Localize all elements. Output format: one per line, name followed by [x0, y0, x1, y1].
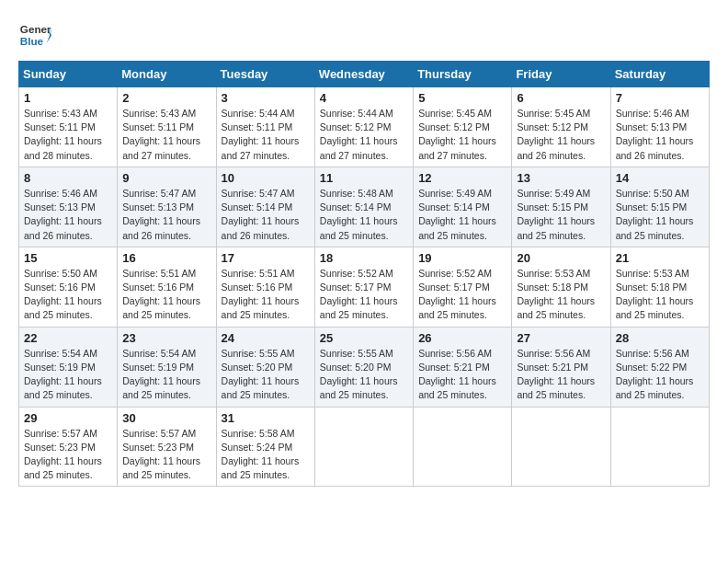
calendar-cell: 2 Sunrise: 5:43 AMSunset: 5:11 PMDayligh… — [118, 87, 216, 167]
header-thursday: Thursday — [414, 62, 512, 87]
calendar-cell: 1 Sunrise: 5:43 AMSunset: 5:11 PMDayligh… — [19, 87, 118, 167]
day-number: 13 — [517, 171, 605, 185]
day-number: 12 — [418, 171, 506, 185]
day-number: 27 — [517, 331, 605, 345]
day-number: 6 — [517, 91, 605, 105]
day-detail: Sunrise: 5:53 AMSunset: 5:18 PMDaylight:… — [517, 268, 595, 321]
calendar-cell: 16 Sunrise: 5:51 AMSunset: 5:16 PMDaylig… — [118, 247, 216, 327]
day-number: 14 — [616, 171, 704, 185]
day-detail: Sunrise: 5:48 AMSunset: 5:14 PMDaylight:… — [320, 188, 398, 241]
calendar-table: SundayMondayTuesdayWednesdayThursdayFrid… — [18, 61, 710, 487]
day-detail: Sunrise: 5:57 AMSunset: 5:23 PMDaylight:… — [24, 428, 102, 481]
day-detail: Sunrise: 5:46 AMSunset: 5:13 PMDaylight:… — [616, 108, 694, 161]
calendar-cell: 11 Sunrise: 5:48 AMSunset: 5:14 PMDaylig… — [314, 167, 413, 247]
day-number: 7 — [616, 91, 704, 105]
day-detail: Sunrise: 5:54 AMSunset: 5:19 PMDaylight:… — [24, 348, 102, 401]
day-detail: Sunrise: 5:49 AMSunset: 5:15 PMDaylight:… — [517, 188, 595, 241]
day-detail: Sunrise: 5:54 AMSunset: 5:19 PMDaylight:… — [122, 348, 200, 401]
calendar-cell — [414, 407, 512, 487]
day-detail: Sunrise: 5:56 AMSunset: 5:21 PMDaylight:… — [517, 348, 595, 401]
day-number: 18 — [320, 251, 408, 265]
day-number: 19 — [418, 251, 506, 265]
header-saturday: Saturday — [610, 62, 709, 87]
day-number: 11 — [320, 171, 408, 185]
calendar-cell: 30 Sunrise: 5:57 AMSunset: 5:23 PMDaylig… — [118, 407, 216, 487]
day-number: 24 — [222, 331, 310, 345]
day-detail: Sunrise: 5:50 AMSunset: 5:15 PMDaylight:… — [616, 188, 694, 241]
day-number: 31 — [222, 411, 310, 425]
calendar-cell: 20 Sunrise: 5:53 AMSunset: 5:18 PMDaylig… — [512, 247, 610, 327]
calendar-week-3: 15 Sunrise: 5:50 AMSunset: 5:16 PMDaylig… — [19, 247, 710, 327]
calendar-cell: 12 Sunrise: 5:49 AMSunset: 5:14 PMDaylig… — [414, 167, 512, 247]
header-friday: Friday — [512, 62, 610, 87]
day-number: 9 — [122, 171, 210, 185]
calendar-week-4: 22 Sunrise: 5:54 AMSunset: 5:19 PMDaylig… — [19, 327, 710, 407]
day-number: 20 — [517, 251, 605, 265]
day-number: 2 — [122, 91, 210, 105]
calendar-cell: 28 Sunrise: 5:56 AMSunset: 5:22 PMDaylig… — [610, 327, 709, 407]
day-number: 28 — [616, 331, 704, 345]
calendar-cell: 19 Sunrise: 5:52 AMSunset: 5:17 PMDaylig… — [414, 247, 512, 327]
calendar-cell: 4 Sunrise: 5:44 AMSunset: 5:12 PMDayligh… — [314, 87, 413, 167]
header-tuesday: Tuesday — [216, 62, 314, 87]
calendar-cell: 7 Sunrise: 5:46 AMSunset: 5:13 PMDayligh… — [610, 87, 709, 167]
day-detail: Sunrise: 5:47 AMSunset: 5:14 PMDaylight:… — [222, 188, 300, 241]
calendar-cell: 17 Sunrise: 5:51 AMSunset: 5:16 PMDaylig… — [216, 247, 314, 327]
day-detail: Sunrise: 5:45 AMSunset: 5:12 PMDaylight:… — [517, 108, 595, 161]
calendar-week-1: 1 Sunrise: 5:43 AMSunset: 5:11 PMDayligh… — [19, 87, 710, 167]
day-detail: Sunrise: 5:56 AMSunset: 5:22 PMDaylight:… — [616, 348, 694, 401]
day-number: 22 — [24, 331, 112, 345]
calendar-cell: 3 Sunrise: 5:44 AMSunset: 5:11 PMDayligh… — [216, 87, 314, 167]
day-detail: Sunrise: 5:51 AMSunset: 5:16 PMDaylight:… — [222, 268, 300, 321]
calendar-cell: 18 Sunrise: 5:52 AMSunset: 5:17 PMDaylig… — [314, 247, 413, 327]
day-detail: Sunrise: 5:44 AMSunset: 5:12 PMDaylight:… — [320, 108, 398, 161]
calendar-header-row: SundayMondayTuesdayWednesdayThursdayFrid… — [19, 62, 710, 87]
day-number: 29 — [24, 411, 112, 425]
svg-text:General: General — [20, 23, 51, 35]
day-detail: Sunrise: 5:53 AMSunset: 5:18 PMDaylight:… — [616, 268, 694, 321]
day-detail: Sunrise: 5:45 AMSunset: 5:12 PMDaylight:… — [418, 108, 496, 161]
page-header: General Blue — [18, 18, 710, 52]
calendar-cell — [314, 407, 413, 487]
calendar-cell — [512, 407, 610, 487]
day-detail: Sunrise: 5:56 AMSunset: 5:21 PMDaylight:… — [418, 348, 496, 401]
day-detail: Sunrise: 5:49 AMSunset: 5:14 PMDaylight:… — [418, 188, 496, 241]
day-detail: Sunrise: 5:46 AMSunset: 5:13 PMDaylight:… — [24, 188, 102, 241]
day-detail: Sunrise: 5:43 AMSunset: 5:11 PMDaylight:… — [24, 108, 102, 161]
calendar-cell: 23 Sunrise: 5:54 AMSunset: 5:19 PMDaylig… — [118, 327, 216, 407]
day-number: 26 — [418, 331, 506, 345]
day-number: 25 — [320, 331, 408, 345]
header-wednesday: Wednesday — [314, 62, 413, 87]
logo: General Blue — [18, 18, 51, 52]
day-number: 5 — [418, 91, 506, 105]
calendar-cell: 31 Sunrise: 5:58 AMSunset: 5:24 PMDaylig… — [216, 407, 314, 487]
day-number: 4 — [320, 91, 408, 105]
calendar-cell: 26 Sunrise: 5:56 AMSunset: 5:21 PMDaylig… — [414, 327, 512, 407]
day-detail: Sunrise: 5:57 AMSunset: 5:23 PMDaylight:… — [122, 428, 200, 481]
day-number: 23 — [122, 331, 210, 345]
svg-text:Blue: Blue — [20, 35, 44, 47]
day-number: 15 — [24, 251, 112, 265]
day-number: 10 — [222, 171, 310, 185]
calendar-cell: 9 Sunrise: 5:47 AMSunset: 5:13 PMDayligh… — [118, 167, 216, 247]
day-number: 8 — [24, 171, 112, 185]
calendar-cell: 29 Sunrise: 5:57 AMSunset: 5:23 PMDaylig… — [19, 407, 118, 487]
day-detail: Sunrise: 5:44 AMSunset: 5:11 PMDaylight:… — [222, 108, 300, 161]
day-detail: Sunrise: 5:52 AMSunset: 5:17 PMDaylight:… — [418, 268, 496, 321]
calendar-cell: 8 Sunrise: 5:46 AMSunset: 5:13 PMDayligh… — [19, 167, 118, 247]
day-number: 1 — [24, 91, 112, 105]
calendar-cell: 13 Sunrise: 5:49 AMSunset: 5:15 PMDaylig… — [512, 167, 610, 247]
day-number: 3 — [222, 91, 310, 105]
calendar-cell: 5 Sunrise: 5:45 AMSunset: 5:12 PMDayligh… — [414, 87, 512, 167]
day-detail: Sunrise: 5:47 AMSunset: 5:13 PMDaylight:… — [122, 188, 200, 241]
calendar-cell: 10 Sunrise: 5:47 AMSunset: 5:14 PMDaylig… — [216, 167, 314, 247]
day-number: 30 — [122, 411, 210, 425]
day-number: 17 — [222, 251, 310, 265]
calendar-cell: 21 Sunrise: 5:53 AMSunset: 5:18 PMDaylig… — [610, 247, 709, 327]
logo-icon: General Blue — [18, 18, 51, 52]
calendar-cell: 24 Sunrise: 5:55 AMSunset: 5:20 PMDaylig… — [216, 327, 314, 407]
calendar-cell: 14 Sunrise: 5:50 AMSunset: 5:15 PMDaylig… — [610, 167, 709, 247]
day-number: 21 — [616, 251, 704, 265]
calendar-cell: 27 Sunrise: 5:56 AMSunset: 5:21 PMDaylig… — [512, 327, 610, 407]
day-detail: Sunrise: 5:50 AMSunset: 5:16 PMDaylight:… — [24, 268, 102, 321]
